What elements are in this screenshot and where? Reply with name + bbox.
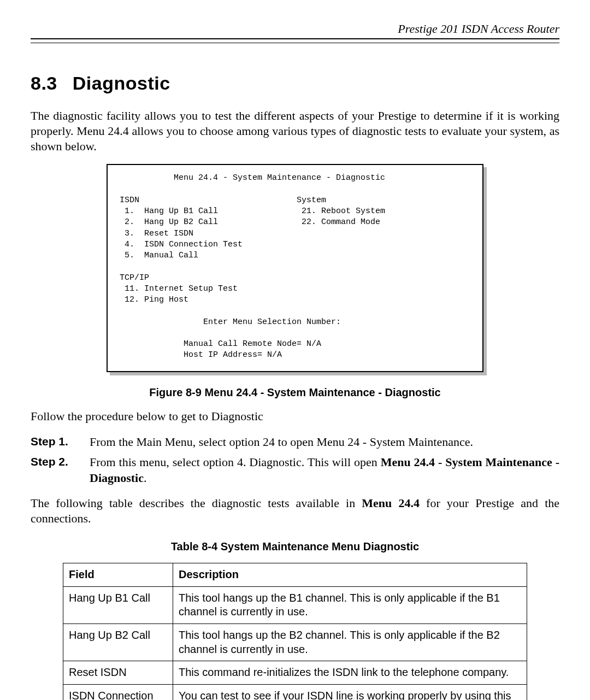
running-header: Prestige 201 ISDN Access Router (31, 22, 559, 38)
section-heading: 8.3Diagnostic (31, 73, 559, 94)
figure-caption: Figure 8-9 Menu 24.4 - System Maintenanc… (31, 386, 559, 399)
step2-text-a: From this menu, select option 4. Diagnos… (90, 455, 381, 469)
header-rule-thin (31, 43, 559, 43)
step2-text-b: . (144, 471, 147, 485)
step-text: From the Main Menu, select option 24 to … (90, 434, 559, 450)
table-cell-desc: This tool hangs up the B2 channel. This … (173, 624, 527, 661)
after-steps-paragraph: The following table describes the diagno… (31, 496, 559, 526)
step-label: Step 2. (31, 454, 90, 486)
steps-list: Step 1. From the Main Menu, select optio… (31, 434, 559, 486)
table-cell-field: Hang Up B1 Call (63, 586, 173, 623)
terminal-figure: Menu 24.4 - System Maintenance - Diagnos… (107, 164, 483, 372)
follow-procedure-text: Follow the procedure below to get to Dia… (31, 409, 559, 424)
table-header-field: Field (63, 563, 173, 587)
step-text: From this menu, select option 4. Diagnos… (90, 454, 559, 486)
after-steps-a: The following table describes the diagno… (31, 496, 362, 510)
step-row: Step 1. From the Main Menu, select optio… (31, 434, 559, 450)
terminal-content: Menu 24.4 - System Maintenance - Diagnos… (120, 173, 385, 360)
table-row: Reset ISDN This command re-initializes t… (63, 661, 527, 685)
table-header-desc: Description (173, 563, 527, 587)
table-row: Hang Up B1 Call This tool hangs up the B… (63, 586, 527, 623)
section-number: 8.3 (31, 73, 57, 93)
table-cell-field: Reset ISDN (63, 661, 173, 685)
intro-paragraph: The diagnostic facility allows you to te… (31, 108, 559, 154)
table-cell-desc: You can test to see if your ISDN line is… (173, 684, 527, 700)
after-steps-bold: Menu 24.4 (362, 496, 420, 510)
header-rule-thick (31, 38, 559, 39)
table-header-row: Field Description (63, 563, 527, 587)
table-row: ISDN Connection You can test to see if y… (63, 684, 527, 700)
step-label: Step 1. (31, 434, 90, 450)
table-cell-desc: This tool hangs up the B1 channel. This … (173, 586, 527, 623)
table-row: Hang Up B2 Call This tool hangs up the B… (63, 624, 527, 661)
table-cell-field: Hang Up B2 Call (63, 624, 173, 661)
step-row: Step 2. From this menu, select option 4.… (31, 454, 559, 486)
terminal-box: Menu 24.4 - System Maintenance - Diagnos… (107, 164, 483, 372)
table-cell-field: ISDN Connection (63, 684, 173, 700)
diagnostic-table: Field Description Hang Up B1 Call This t… (63, 563, 527, 700)
table-caption: Table 8-4 System Maintenance Menu Diagno… (31, 540, 559, 553)
table-cell-desc: This command re-initializes the ISDN lin… (173, 661, 527, 685)
section-title-text: Diagnostic (73, 73, 170, 93)
